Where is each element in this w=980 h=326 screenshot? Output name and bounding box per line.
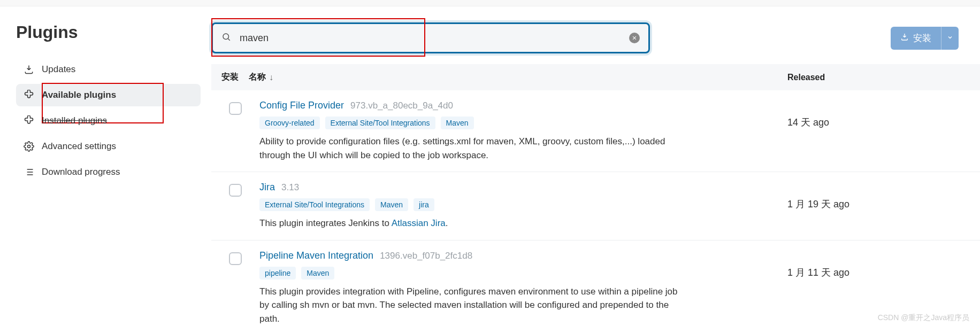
plugin-version: 3.13 bbox=[281, 182, 299, 193]
plugin-tag[interactable]: Maven bbox=[301, 267, 334, 280]
plugin-name-link[interactable]: Pipeline Maven Integration bbox=[259, 250, 373, 261]
plugin-tag[interactable]: Maven bbox=[375, 198, 408, 211]
search-input[interactable] bbox=[240, 33, 629, 44]
column-name[interactable]: 名称 ↓ bbox=[249, 72, 787, 83]
table-row: Jira3.13External Site/Tool IntegrationsM… bbox=[211, 172, 980, 240]
svg-point-0 bbox=[28, 145, 30, 148]
plugin-checkbox[interactable] bbox=[229, 184, 242, 197]
plugin-description: This plugin integrates Jenkins to Atlass… bbox=[259, 216, 682, 230]
plugin-name-link[interactable]: Config File Provider bbox=[259, 100, 344, 111]
plugin-description: Ability to provide configuration files (… bbox=[259, 135, 682, 162]
plugin-description-link[interactable]: Atlassian Jira bbox=[392, 218, 446, 228]
sort-down-icon: ↓ bbox=[269, 73, 273, 82]
sidebar-item-label: Available plugins bbox=[42, 90, 116, 100]
sidebar-item-available-plugins[interactable]: Available plugins bbox=[16, 84, 201, 106]
sidebar-item-installed-plugins[interactable]: Installed plugins bbox=[16, 110, 201, 132]
plugin-tag[interactable]: External Site/Tool Integrations bbox=[259, 198, 370, 211]
plugin-tag[interactable]: Maven bbox=[441, 117, 474, 129]
table-header: 安装 名称 ↓ Released bbox=[211, 64, 980, 90]
install-button[interactable]: 安装 bbox=[891, 27, 941, 50]
sidebar-item-updates[interactable]: Updates bbox=[16, 58, 201, 81]
search-box[interactable] bbox=[211, 22, 650, 53]
plugin-released: 1 月 19 天 ago bbox=[787, 182, 980, 211]
plugin-checkbox[interactable] bbox=[229, 252, 242, 265]
plugin-version: 1396.veb_f07b_2fc1d8 bbox=[380, 251, 472, 261]
svg-line-8 bbox=[228, 38, 229, 40]
plugin-description: This plugin provides integration with Pi… bbox=[259, 285, 682, 326]
watermark: CSDN @重开之Java程序员 bbox=[878, 313, 969, 323]
download-icon bbox=[24, 64, 34, 75]
plugin-checkbox[interactable] bbox=[229, 102, 242, 115]
plugin-name-link[interactable]: Jira bbox=[259, 182, 275, 193]
table-row: Config File Provider973.vb_a_80ecb_9a_4d… bbox=[211, 90, 980, 172]
plugin-icon bbox=[24, 90, 34, 100]
plugin-icon bbox=[24, 115, 34, 126]
column-released[interactable]: Released bbox=[787, 73, 980, 82]
plugin-version: 973.vb_a_80ecb_9a_4d0 bbox=[350, 100, 453, 111]
list-icon bbox=[24, 167, 34, 177]
plugin-tag[interactable]: External Site/Tool Integrations bbox=[325, 117, 435, 129]
plugin-tag[interactable]: pipeline bbox=[259, 267, 296, 280]
clear-search-button[interactable] bbox=[629, 33, 640, 43]
sidebar-item-label: Installed plugins bbox=[42, 115, 107, 126]
sidebar-item-advanced-settings[interactable]: Advanced settings bbox=[16, 135, 201, 158]
sidebar-item-label: Updates bbox=[42, 64, 75, 75]
search-icon bbox=[221, 32, 240, 44]
svg-point-7 bbox=[223, 34, 229, 40]
sidebar-item-label: Advanced settings bbox=[42, 141, 116, 152]
sidebar-nav: Updates Available plugins Installed plug… bbox=[16, 58, 201, 183]
table-row: Pipeline Maven Integration1396.veb_f07b_… bbox=[211, 240, 980, 327]
download-icon bbox=[900, 33, 909, 44]
column-install[interactable]: 安装 bbox=[211, 72, 249, 83]
plugin-released: 1 月 11 天 ago bbox=[787, 250, 980, 279]
column-name-label: 名称 bbox=[249, 72, 266, 83]
install-dropdown-button[interactable] bbox=[941, 27, 959, 50]
plugin-released: 14 天 ago bbox=[787, 100, 980, 129]
close-icon bbox=[632, 33, 637, 43]
plugin-tag[interactable]: jira bbox=[414, 198, 434, 211]
sidebar-item-download-progress[interactable]: Download progress bbox=[16, 161, 201, 183]
plugin-tag[interactable]: Groovy-related bbox=[259, 117, 320, 129]
chevron-down-icon bbox=[947, 34, 953, 42]
install-button-label: 安装 bbox=[913, 32, 931, 44]
sidebar-item-label: Download progress bbox=[42, 167, 120, 177]
gear-icon bbox=[24, 141, 34, 152]
page-title: Plugins bbox=[16, 22, 201, 42]
